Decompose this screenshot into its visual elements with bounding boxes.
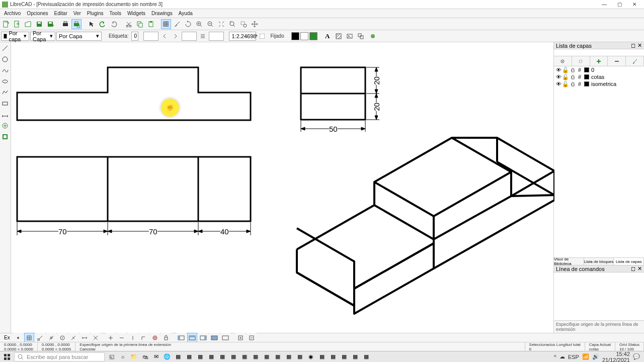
tab-biblioteca[interactable]: Visor de Biblioteca (554, 258, 584, 265)
num-input-3[interactable] (209, 32, 224, 41)
layer-color-swatch[interactable] (584, 74, 589, 79)
image-icon[interactable] (345, 31, 355, 41)
color-select[interactable]: Por capa▾ (1, 32, 29, 41)
scale-select[interactable]: 1:2.24698▾ (229, 32, 256, 41)
layer-hide-all-button[interactable] (572, 56, 590, 66)
print-icon[interactable]: ⎙ (570, 67, 575, 72)
layer-row-isometrica[interactable]: 👁 🔓 ⎙ # isometrica (554, 80, 644, 87)
print-icon[interactable]: ⎙ (570, 81, 575, 86)
lineweight-select[interactable]: Por Capa▾ (56, 32, 102, 41)
paste-button[interactable] (146, 19, 156, 29)
close-button[interactable]: ✕ (627, 1, 642, 9)
layer-edit-button[interactable] (626, 56, 644, 66)
print-icon[interactable]: ⎙ (570, 74, 575, 79)
relative-zero-button[interactable] (150, 333, 160, 343)
eye-icon[interactable]: 👁 (556, 81, 561, 86)
menu-archivo[interactable]: Archivo (1, 11, 24, 16)
start-button[interactable] (0, 351, 14, 363)
lock-icon[interactable]: 🔓 (563, 74, 568, 79)
new-button[interactable] (1, 19, 11, 29)
zoom-pan-button[interactable] (250, 19, 260, 29)
layer-add-button[interactable] (590, 56, 608, 66)
app11-icon[interactable]: ▦ (284, 352, 294, 361)
layer-color-swatch[interactable] (584, 81, 589, 86)
app13-icon[interactable]: ▦ (317, 352, 327, 361)
snap-onentity-button[interactable] (46, 333, 56, 343)
color-green-button[interactable] (309, 32, 317, 40)
etiqueta-input[interactable]: 0 (131, 32, 138, 41)
app8-icon[interactable]: ▦ (251, 352, 261, 361)
menu-ayuda[interactable]: Ayuda (176, 11, 196, 16)
panel-close-icon[interactable]: ✕ (637, 42, 642, 49)
app16-icon[interactable]: ▦ (361, 352, 371, 361)
tool-line[interactable] (0, 43, 10, 53)
construction-icon[interactable]: # (577, 67, 582, 72)
fijado-checkbox[interactable] (257, 31, 267, 41)
tool-modify[interactable] (0, 121, 10, 131)
tool-info[interactable] (0, 132, 10, 142)
store-icon[interactable]: 🛍 (140, 352, 150, 361)
snap-distance-button[interactable] (79, 333, 90, 343)
menu-tools[interactable]: Tools (107, 11, 124, 16)
undo-button[interactable] (98, 19, 108, 29)
tool-ellipse[interactable] (0, 76, 10, 86)
lock-icon[interactable]: 🔓 (563, 81, 568, 86)
zoom-prev-button[interactable] (227, 19, 237, 29)
layer-row-0[interactable]: 👁 🔓 ⎙ # 0 (554, 66, 644, 73)
eye-icon[interactable]: 👁 (556, 67, 561, 72)
construction-icon[interactable]: # (577, 74, 582, 79)
menu-editar[interactable]: Editar (51, 11, 70, 16)
app10-icon[interactable]: ▦ (273, 352, 283, 361)
block-icon[interactable] (356, 31, 366, 41)
iso-right-button[interactable] (198, 333, 208, 343)
cut-button[interactable] (124, 19, 134, 29)
edge-icon[interactable]: 🌐 (162, 352, 172, 361)
iso-off-button[interactable] (220, 333, 230, 343)
layer-show-all-button[interactable] (554, 56, 572, 66)
pointer-button[interactable] (87, 19, 97, 29)
tray-volume-icon[interactable]: 🔊 (592, 353, 599, 360)
save-as-button[interactable]: + (45, 19, 55, 29)
snap-free-button[interactable] (13, 333, 23, 343)
explorer-icon[interactable]: 📁 (129, 352, 139, 361)
lock-icon[interactable]: 🔓 (563, 67, 568, 72)
copy-button[interactable] (135, 19, 145, 29)
tray-notifications-icon[interactable]: 💬 (633, 353, 640, 360)
app4-icon[interactable]: ▦ (206, 352, 216, 361)
panel-close-icon[interactable]: ✕ (637, 265, 642, 272)
layer-row-cotas[interactable]: 👁 🔓 ⎙ # cotas (554, 73, 644, 80)
menu-plugins[interactable]: Plugins (84, 11, 107, 16)
remove-custom-button[interactable] (247, 333, 257, 343)
app6-icon[interactable]: ▦ (228, 352, 238, 361)
menu-widgets[interactable]: Widgets (124, 11, 148, 16)
tray-lang[interactable]: ESP (568, 354, 579, 360)
linetype-select[interactable]: Por Capa▾ (30, 32, 55, 41)
app9-icon[interactable]: ▦ (262, 352, 272, 361)
tool-circle[interactable] (0, 54, 10, 64)
num-input-1[interactable] (143, 32, 158, 41)
iso-top-button[interactable] (187, 333, 197, 343)
iso-front-button[interactable] (209, 333, 219, 343)
layer-remove-button[interactable] (608, 56, 626, 66)
num-input-2[interactable] (182, 32, 197, 41)
snap-center-button[interactable] (57, 333, 67, 343)
task-view-icon[interactable]: ◱ (107, 352, 117, 361)
layer-color-swatch[interactable] (584, 67, 589, 72)
print-preview-button[interactable] (71, 19, 82, 29)
zoom-auto-button[interactable] (216, 19, 226, 29)
tray-wifi-icon[interactable]: 📶 (582, 353, 589, 360)
tool-polyline[interactable] (0, 87, 10, 98)
arrow-left-icon[interactable] (159, 31, 170, 41)
app2-icon[interactable]: ▦ (184, 352, 194, 361)
tray-clock[interactable]: 15:4221/12/2021 (602, 351, 630, 363)
snap-intersection-button[interactable] (91, 333, 101, 343)
color-black-button[interactable] (291, 32, 299, 40)
save-button[interactable] (34, 19, 44, 29)
tool-curve[interactable] (0, 65, 10, 75)
layer-filter-input[interactable] (554, 49, 644, 56)
tab-bloques[interactable]: Lista de bloques (584, 258, 614, 265)
construction-icon[interactable]: # (577, 81, 582, 86)
restrict-nothing-button[interactable] (106, 333, 116, 343)
zoom-redraw-button[interactable] (183, 19, 193, 29)
iso-left-button[interactable] (176, 333, 186, 343)
